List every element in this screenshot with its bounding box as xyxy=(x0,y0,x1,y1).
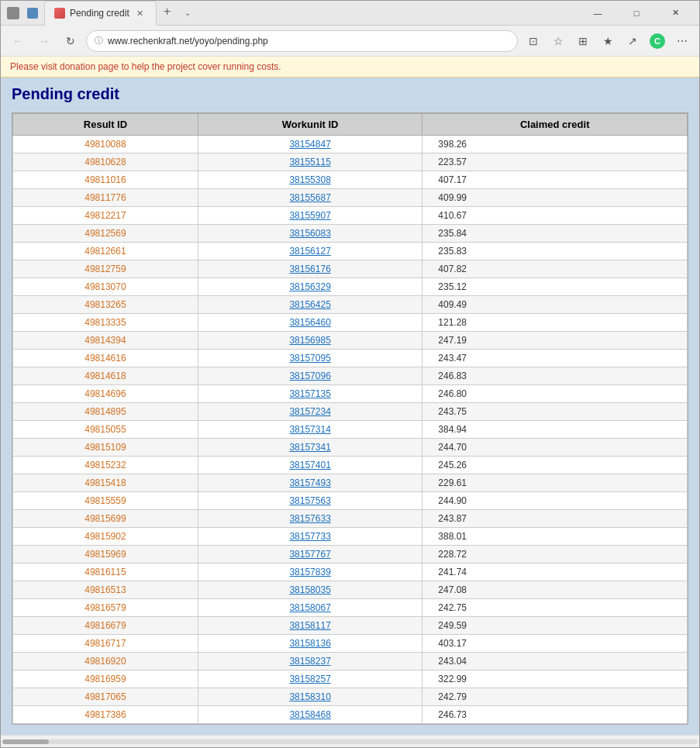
table-row: 4981489538157234243.75 xyxy=(13,403,688,421)
workunit-id-cell[interactable]: 38156127 xyxy=(198,243,422,260)
active-tab[interactable]: Pending credit ✕ xyxy=(44,1,157,26)
extensions-button[interactable]: ⊞ xyxy=(572,30,594,52)
result-id-cell[interactable]: 49810088 xyxy=(13,136,198,153)
result-id-cell[interactable]: 49814618 xyxy=(13,367,198,385)
banner-text: Please visit donation page to help the p… xyxy=(10,61,281,72)
workunit-id-cell[interactable]: 38157401 xyxy=(198,457,422,474)
minimize-button[interactable]: — xyxy=(580,1,616,26)
workunit-id-cell[interactable]: 38157733 xyxy=(198,528,422,546)
result-id-cell[interactable]: 49816920 xyxy=(13,653,198,670)
result-id-cell[interactable]: 49816959 xyxy=(13,670,198,688)
result-id-cell[interactable]: 49816717 xyxy=(13,635,198,653)
table-row: 4981062838155115223.57 xyxy=(13,153,688,171)
close-button[interactable]: ✕ xyxy=(657,1,693,26)
workunit-id-cell[interactable]: 38157563 xyxy=(198,492,422,510)
workunit-id-cell[interactable]: 38157633 xyxy=(198,510,422,528)
workunit-id-cell[interactable]: 38156425 xyxy=(198,296,422,314)
result-id-cell[interactable]: 49816579 xyxy=(13,599,198,617)
workunit-id-cell[interactable]: 38155115 xyxy=(198,153,422,171)
table-row: 4981461638157095243.47 xyxy=(13,350,688,367)
workunit-id-cell[interactable]: 38155907 xyxy=(198,207,422,225)
result-id-cell[interactable]: 49816679 xyxy=(13,617,198,635)
workunit-id-cell[interactable]: 38156176 xyxy=(198,260,422,278)
table-row: 4981569938157633243.87 xyxy=(13,510,688,528)
workunit-id-cell[interactable]: 38157493 xyxy=(198,474,422,492)
lock-icon: ⓘ xyxy=(95,35,103,47)
back-button[interactable]: ← xyxy=(7,30,29,52)
result-id-cell[interactable]: 49816115 xyxy=(13,564,198,581)
result-id-cell[interactable]: 49815902 xyxy=(13,528,198,546)
result-id-cell[interactable]: 49815232 xyxy=(13,457,198,474)
workunit-id-cell[interactable]: 38158257 xyxy=(198,670,422,688)
result-id-cell[interactable]: 49815969 xyxy=(13,546,198,564)
result-id-cell[interactable]: 49812759 xyxy=(13,260,198,278)
result-id-cell[interactable]: 49810628 xyxy=(13,153,198,171)
result-id-cell[interactable]: 49813335 xyxy=(13,314,198,332)
tab-overflow-button[interactable]: ⌄ xyxy=(178,1,197,26)
workunit-id-cell[interactable]: 38158468 xyxy=(198,706,422,724)
forward-button[interactable]: → xyxy=(33,30,55,52)
result-id-cell[interactable]: 49813070 xyxy=(13,278,198,296)
result-id-cell[interactable]: 49813265 xyxy=(13,296,198,314)
workunit-id-cell[interactable]: 38157767 xyxy=(198,546,422,564)
workunit-id-cell[interactable]: 38156329 xyxy=(198,278,422,296)
workunit-id-cell[interactable]: 38157096 xyxy=(198,367,422,385)
workunit-id-cell[interactable]: 38155308 xyxy=(198,171,422,189)
favorites-button[interactable]: ★ xyxy=(597,30,619,52)
bookmark-button[interactable]: ☆ xyxy=(547,30,569,52)
reload-button[interactable]: ↻ xyxy=(60,30,81,52)
result-id-cell[interactable]: 49816513 xyxy=(13,581,198,599)
table-row: 4981505538157314384.94 xyxy=(13,421,688,439)
main-content[interactable]: Pending credit Result ID Workunit ID Cla… xyxy=(1,78,699,735)
result-id-cell[interactable]: 49815559 xyxy=(13,492,198,510)
table-row: 4981461838157096246.83 xyxy=(13,367,688,385)
h-scroll-thumb[interactable] xyxy=(2,739,49,744)
workunit-id-cell[interactable]: 38157234 xyxy=(198,403,422,421)
workunit-id-cell[interactable]: 38155687 xyxy=(198,189,422,207)
workunit-id-cell[interactable]: 38157341 xyxy=(198,439,422,457)
workunit-id-cell[interactable]: 38157839 xyxy=(198,564,422,581)
result-id-cell[interactable]: 49814616 xyxy=(13,350,198,367)
claimed-credit-cell: 388.01 xyxy=(422,528,688,546)
workunit-id-cell[interactable]: 38158117 xyxy=(198,617,422,635)
table-row: 4981596938157767228.72 xyxy=(13,546,688,564)
result-id-cell[interactable]: 49811016 xyxy=(13,171,198,189)
result-id-cell[interactable]: 49815699 xyxy=(13,510,198,528)
result-id-cell[interactable]: 49812661 xyxy=(13,243,198,260)
workunit-id-cell[interactable]: 38158035 xyxy=(198,581,422,599)
result-id-cell[interactable]: 49812217 xyxy=(13,207,198,225)
profile-button[interactable]: C xyxy=(647,30,668,52)
horizontal-scrollbar[interactable] xyxy=(1,735,699,747)
workunit-id-cell[interactable]: 38157095 xyxy=(198,350,422,367)
maximize-button[interactable]: □ xyxy=(619,1,654,26)
table-row: 4981671738158136403.17 xyxy=(13,635,688,653)
claimed-credit-cell: 235.84 xyxy=(422,225,688,243)
share-button[interactable]: ↗ xyxy=(622,30,643,52)
tab-close-button[interactable]: ✕ xyxy=(134,7,147,19)
result-id-cell[interactable]: 49815418 xyxy=(13,474,198,492)
workunit-id-cell[interactable]: 38156460 xyxy=(198,314,422,332)
browser-window: Pending credit ✕ + ⌄ — □ ✕ ← → ↻ ⓘ www.r… xyxy=(0,0,700,748)
workunit-id-cell[interactable]: 38158310 xyxy=(198,688,422,706)
workunit-id-cell[interactable]: 38158067 xyxy=(198,599,422,617)
result-id-cell[interactable]: 49812569 xyxy=(13,225,198,243)
result-id-cell[interactable]: 49817386 xyxy=(13,706,198,724)
workunit-id-cell[interactable]: 38157314 xyxy=(198,421,422,439)
workunit-id-cell[interactable]: 38158237 xyxy=(198,653,422,670)
workunit-id-cell[interactable]: 38158136 xyxy=(198,635,422,653)
result-id-cell[interactable]: 49815055 xyxy=(13,421,198,439)
result-id-cell[interactable]: 49811776 xyxy=(13,189,198,207)
workunit-id-cell[interactable]: 38156083 xyxy=(198,225,422,243)
workunit-id-cell[interactable]: 38154847 xyxy=(198,136,422,153)
workunit-id-cell[interactable]: 38157135 xyxy=(198,385,422,403)
result-id-cell[interactable]: 49815109 xyxy=(13,439,198,457)
new-tab-button[interactable]: + xyxy=(157,1,178,22)
result-id-cell[interactable]: 49814394 xyxy=(13,332,198,350)
result-id-cell[interactable]: 49817065 xyxy=(13,688,198,706)
workunit-id-cell[interactable]: 38156985 xyxy=(198,332,422,350)
more-options-button[interactable]: ⋯ xyxy=(671,30,693,52)
reader-mode-button[interactable]: ⊡ xyxy=(522,30,544,52)
result-id-cell[interactable]: 49814895 xyxy=(13,403,198,421)
address-bar[interactable]: ⓘ www.rechenkraft.net/yoyo/pending.php xyxy=(86,30,518,52)
result-id-cell[interactable]: 49814696 xyxy=(13,385,198,403)
